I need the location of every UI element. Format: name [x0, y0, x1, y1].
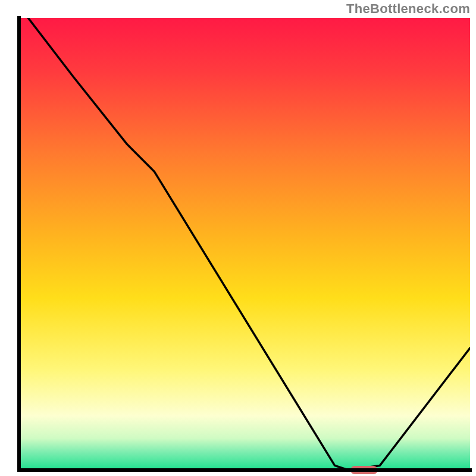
bottleneck-chart	[0, 0, 476, 476]
watermark-text: TheBottleneck.com	[346, 1, 470, 17]
plot-background	[19, 18, 470, 470]
